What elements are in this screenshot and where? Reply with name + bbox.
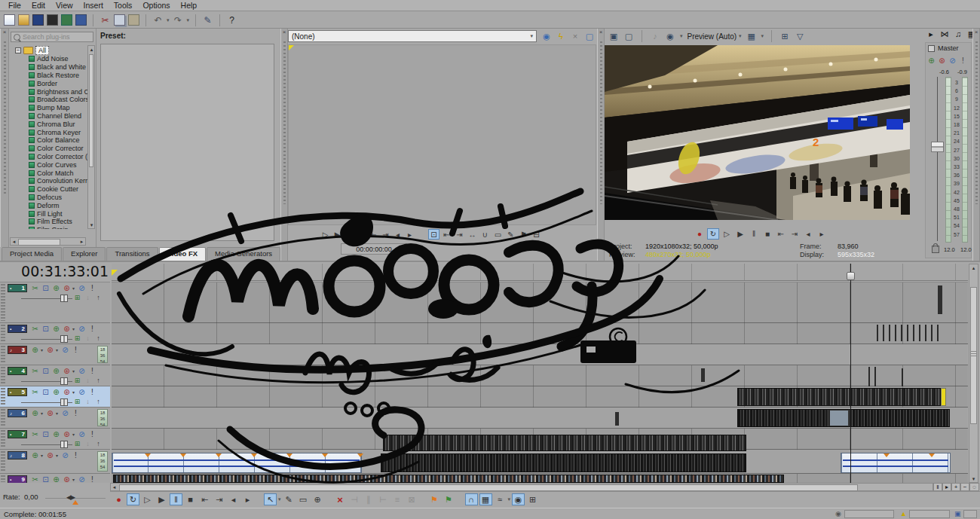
loop-playback-button[interactable]: ↻	[127, 493, 139, 505]
automation-settings-button[interactable]: ⊛	[62, 367, 72, 375]
automation-settings-button[interactable]: ⊛	[62, 325, 72, 333]
make-compositing-child-button[interactable]: ↓	[83, 398, 93, 406]
timeline-event[interactable]	[877, 325, 943, 341]
solo-button[interactable]: !	[87, 367, 97, 375]
copy-icon[interactable]	[114, 14, 125, 26]
track-header-7[interactable]: ▪7✂⊡⊕⊛▾⊘!⊞↓↑	[0, 429, 110, 450]
mute-button[interactable]: ⊘	[77, 284, 87, 292]
plugin-tree-vscrollbar[interactable]: ▴ ▾	[87, 45, 95, 229]
redo-icon[interactable]: ↷	[173, 14, 184, 26]
play-button[interactable]: ▶	[155, 493, 168, 505]
insert-region-button[interactable]: ⚑	[443, 493, 455, 505]
trimmer-canvas[interactable]	[288, 44, 596, 225]
trimmer-media-dropdown[interactable]: (None) ▾	[288, 30, 537, 42]
track-lane-4[interactable]	[112, 365, 968, 386]
tab-project-media[interactable]: Project Media	[2, 247, 62, 261]
solo-button[interactable]: !	[71, 409, 81, 417]
go-to-start-button[interactable]: ⇤	[198, 493, 211, 505]
timeline-vscrollbar[interactable]: ▴ ▾	[969, 264, 978, 483]
insert-marker-button[interactable]: ⚑	[518, 229, 529, 240]
make-compositing-child-button[interactable]: ↓	[83, 377, 93, 385]
plugin-item[interactable]: Border	[10, 79, 90, 87]
track-motion-button[interactable]: ✂	[30, 430, 40, 438]
timeline-event[interactable]	[383, 435, 746, 451]
plugin-window-grip[interactable]: ×	[0, 29, 9, 247]
track-motion-button[interactable]: ✂	[30, 325, 40, 333]
trim-end-button[interactable]: ⊢	[377, 493, 390, 505]
paste-icon[interactable]	[128, 14, 139, 26]
track-grip[interactable]	[1, 367, 5, 384]
scroll-right-icon[interactable]: ▸	[78, 238, 85, 245]
mute-icon[interactable]: ⊘	[948, 56, 957, 66]
track-number-badge[interactable]: ♪6	[8, 409, 27, 417]
next-frame-button[interactable]: ▸	[404, 229, 415, 240]
scroll-left-icon[interactable]: ◂	[11, 238, 17, 245]
open-media-icon[interactable]: ◉	[541, 31, 552, 41]
timeline-event[interactable]	[113, 475, 784, 483]
mute-button[interactable]: ⊘	[77, 367, 87, 375]
composite-level-handle[interactable]	[60, 377, 68, 385]
play-button[interactable]: ▶	[734, 228, 746, 240]
save-markers-button[interactable]: ⊟	[531, 229, 542, 240]
track-header-1[interactable]: ▪1✂⊡⊕⊛▾⊘!⊞↓↑	[0, 282, 110, 323]
track-header-2[interactable]: ▪2✂⊡⊕⊛▾⊘!⊞↓↑	[0, 323, 110, 344]
loop-start-marker[interactable]	[112, 270, 118, 276]
loop-range-button[interactable]: ∪	[479, 229, 491, 240]
track-lane-3[interactable]	[112, 344, 968, 365]
select-range-button[interactable]: ▭	[492, 229, 504, 240]
pan-dropdown-icon[interactable]: ▾	[41, 411, 43, 416]
mute-button[interactable]: ⊘	[77, 430, 87, 438]
lock-icon[interactable]	[932, 246, 939, 253]
make-compositing-parent-button[interactable]: ↑	[93, 294, 103, 302]
insert-marker-button[interactable]: ⚑	[428, 493, 441, 505]
track-header-3[interactable]: ♪3⊕▾⊛▾⊘!183654	[0, 344, 110, 365]
track-motion-button[interactable]: ✂	[30, 367, 40, 375]
plugin-item[interactable]: Defocus	[10, 194, 90, 202]
trimmer-window-grip[interactable]: ×	[280, 29, 288, 261]
playhead-handle[interactable]	[847, 272, 855, 280]
automation-settings-dropdown-icon[interactable]: ▾	[72, 285, 75, 291]
scroll-left-icon[interactable]: ◂	[111, 484, 118, 490]
parent-composite-button[interactable]: ⊞	[72, 440, 82, 448]
play-button[interactable]: ▶	[332, 229, 343, 240]
overlay-grid-icon[interactable]: ▦	[746, 31, 757, 41]
make-compositing-child-button[interactable]: ↓	[83, 440, 93, 448]
pause-button[interactable]: ‖	[344, 229, 355, 240]
plugin-search-input[interactable]: Search plug-ins	[11, 32, 93, 42]
normal-edit-tool-dropdown-icon[interactable]: ▾	[278, 496, 281, 502]
timeline-event[interactable]	[829, 410, 849, 426]
mute-preview-audio-icon[interactable]: ♪	[650, 31, 660, 41]
downmix-output-icon[interactable]: ♫	[953, 29, 963, 39]
parent-composite-button[interactable]: ⊞	[72, 334, 82, 343]
menu-view[interactable]: View	[51, 1, 78, 10]
solo-button[interactable]: !	[87, 284, 97, 292]
zoom-edit-tool-button[interactable]: ⊕	[311, 493, 324, 505]
timeline-event[interactable]	[615, 412, 619, 426]
trimmer-timecode[interactable]: 00:00:00:00	[341, 243, 407, 255]
scroll-right-icon[interactable]: ▸	[942, 483, 951, 491]
track-fx-button[interactable]: ⊕	[51, 430, 61, 438]
whats-this-help-icon[interactable]: ?	[226, 14, 237, 26]
external-monitor-icon[interactable]: ▢	[623, 31, 634, 41]
cursor-timecode[interactable]: 00:31:33:01	[2, 263, 109, 280]
auto-ripple-button[interactable]: ≈	[494, 493, 507, 505]
play-range-button[interactable]: ↔	[467, 229, 478, 240]
plugin-item[interactable]: Chroma Blur	[10, 120, 90, 128]
rate-slider-track[interactable]	[45, 498, 106, 499]
scroll-up-icon[interactable]: ▴	[88, 46, 95, 53]
save-icon[interactable]	[32, 14, 44, 26]
make-compositing-parent-button[interactable]: ↑	[93, 398, 103, 406]
track-grip[interactable]	[1, 325, 5, 342]
edit-marker-button[interactable]: ✎	[505, 229, 516, 240]
timeline-event[interactable]	[938, 285, 942, 314]
menu-help[interactable]: Help	[176, 1, 203, 10]
automation-settings-button[interactable]: ⊛	[45, 346, 55, 354]
automation-settings-button[interactable]: ⊛	[45, 451, 55, 459]
compositing-mode-button[interactable]: ⊡	[41, 284, 51, 292]
solo-button[interactable]: !	[87, 388, 97, 396]
plugin-item[interactable]: Convolution Kerne	[10, 177, 90, 185]
track-grip[interactable]	[1, 475, 5, 482]
pan-dropdown-icon[interactable]: ▾	[41, 453, 43, 458]
go-to-start-button[interactable]: ⇤	[368, 229, 379, 240]
go-to-start-button[interactable]: ⇤	[775, 228, 787, 240]
